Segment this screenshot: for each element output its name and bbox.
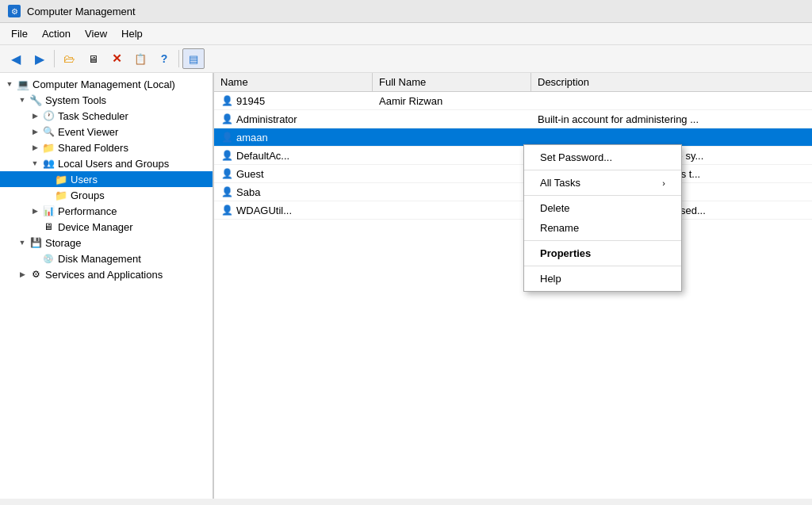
expand-groups [41,189,54,201]
cell-name-amaan: 👤 amaan [214,128,373,146]
user-icon-admin: 👤 [220,113,233,125]
user-icon-amaan: 👤 [220,131,233,143]
col-header-description[interactable]: Description [531,73,812,91]
app-icon: ⚙ [8,5,21,17]
expand-shared-folders: ▶ [29,141,41,154]
user-icon-defaultac: 👤 [220,149,233,162]
ctx-all-tasks[interactable]: All Tasks › [524,173,681,193]
help-button[interactable]: ? [153,48,175,69]
computer-icon: 💻 [16,78,30,90]
cell-fullname-guest [373,171,531,176]
col-header-fullname[interactable]: Full Name [373,73,531,91]
tree-item-device-manager[interactable]: 🖥 Device Manager [0,219,213,235]
list-row[interactable]: 👤 WDAGUtil... A user account managed and… [214,201,812,220]
cell-desc-amaan [531,135,812,140]
tree-item-groups[interactable]: 📁 Groups [0,187,213,203]
expand-system-tools: ▼ [16,94,29,106]
properties-button[interactable]: 📋 [129,48,151,69]
users-folder-icon: 📁 [54,173,68,186]
tree-label-computer-mgmt: Computer Management (Local) [33,78,175,90]
cell-name-defaultac: 👤 DefaultAc... [214,147,373,164]
list-row[interactable]: 👤 Administrator Built-in account for adm… [214,110,812,128]
system-tools-icon: 🔧 [29,94,43,106]
context-menu: Set Password... All Tasks › Delete Renam… [523,144,682,292]
ctx-sep-3 [524,240,681,241]
expand-task-scheduler: ▶ [29,109,41,122]
tree-panel: ▼ 💻 Computer Management (Local) ▼ 🔧 Syst… [0,73,214,499]
groups-folder-icon: 📁 [54,189,68,201]
delete-button[interactable]: ✕ [105,48,128,69]
local-users-icon: 👥 [41,157,56,170]
ctx-properties[interactable]: Properties [524,243,681,263]
user-icon-saba: 👤 [220,186,233,198]
cell-name-saba: 👤 Saba [214,183,373,201]
services-apps-icon: ⚙ [29,268,43,281]
tree-item-task-scheduler[interactable]: ▶ 🕐 Task Scheduler [0,108,213,124]
tree-item-local-users-groups[interactable]: ▼ 👥 Local Users and Groups [0,155,213,171]
cell-fullname-91945: Aamir Rizwan [373,93,531,109]
tree-label-services-apps: Services and Applications [45,269,163,281]
list-row[interactable]: 👤 Saba [214,183,812,201]
ctx-set-password[interactable]: Set Password... [524,147,681,167]
cell-fullname-defaultac [373,153,531,158]
toolbar-sep-2 [178,50,179,67]
main-container: ▼ 💻 Computer Management (Local) ▼ 🔧 Syst… [0,73,812,499]
expand-local-users: ▼ [29,157,41,170]
tree-item-disk-management[interactable]: 💿 Disk Management [0,251,213,266]
forward-button[interactable]: ▶ [29,48,51,69]
tree-item-computer-mgmt[interactable]: ▼ 💻 Computer Management (Local) [0,76,213,92]
tree-item-performance[interactable]: ▶ 📊 Performance [0,203,213,219]
tree-label-groups: Groups [71,189,105,201]
cell-fullname-saba [373,189,531,194]
ctx-all-tasks-arrow: › [662,178,665,188]
tree-label-system-tools: System Tools [45,94,106,106]
tree-label-storage: Storage [45,237,82,249]
task-scheduler-icon: 🕐 [41,109,56,122]
menu-help[interactable]: Help [115,25,149,42]
app-title: Computer Management [27,6,136,17]
show-hide-tree-button[interactable]: 🖥 [82,48,104,69]
tree-label-disk-management: Disk Management [58,253,141,265]
ctx-sep-2 [524,195,681,196]
list-row[interactable]: 👤 Guest Built-in account for guest acces… [214,165,812,183]
cell-fullname-wdagutil [373,208,531,212]
tree-item-system-tools[interactable]: ▼ 🔧 System Tools [0,92,213,108]
cell-desc-91945 [531,98,812,103]
tree-label-performance: Performance [58,205,117,217]
user-icon-guest: 👤 [220,167,233,180]
menu-file[interactable]: File [5,25,34,42]
col-header-name[interactable]: Name [214,73,373,91]
cell-desc-admin: Built-in account for administering ... [531,111,812,128]
menu-action[interactable]: Action [36,25,77,42]
cell-fullname-amaan [373,135,531,140]
right-panel: Name Full Name Description 👤 91945 Aamir… [214,73,812,499]
list-row-amaan[interactable]: 👤 amaan [214,128,812,147]
disk-management-icon: 💿 [41,252,56,265]
up-button[interactable]: 🗁 [58,48,80,69]
performance-icon: 📊 [41,205,56,217]
tree-item-event-viewer[interactable]: ▶ 🔍 Event Viewer [0,124,213,140]
mmc-button[interactable]: ▤ [182,48,205,69]
tree-item-users[interactable]: 📁 Users [0,171,213,187]
toolbar-sep-1 [54,50,55,67]
menu-view[interactable]: View [79,25,113,42]
cell-name-91945: 👤 91945 [214,92,373,109]
expand-event-viewer: ▶ [29,125,41,138]
expand-device-manager [29,220,41,233]
ctx-rename[interactable]: Rename [524,218,681,238]
tree-item-storage[interactable]: ▼ 💾 Storage [0,235,213,251]
list-row[interactable]: 👤 DefaultAc... A user account managed by… [214,147,812,165]
tree-item-services-apps[interactable]: ▶ ⚙ Services and Applications [0,266,213,282]
list-row[interactable]: 👤 91945 Aamir Rizwan [214,92,812,110]
tree-item-shared-folders[interactable]: ▶ 📁 Shared Folders [0,140,213,155]
expand-computer-mgmt: ▼ [3,78,16,90]
toolbar: ◀ ▶ 🗁 🖥 ✕ 📋 ? ▤ [0,45,812,73]
ctx-help[interactable]: Help [524,269,681,289]
back-button[interactable]: ◀ [5,48,27,69]
shared-folders-icon: 📁 [41,141,56,154]
ctx-delete[interactable]: Delete [524,198,681,218]
ctx-sep-1 [524,170,681,170]
cell-name-wdagutil: 👤 WDAGUtil... [214,201,373,219]
cell-fullname-admin [373,117,531,121]
cell-name-admin: 👤 Administrator [214,110,373,128]
